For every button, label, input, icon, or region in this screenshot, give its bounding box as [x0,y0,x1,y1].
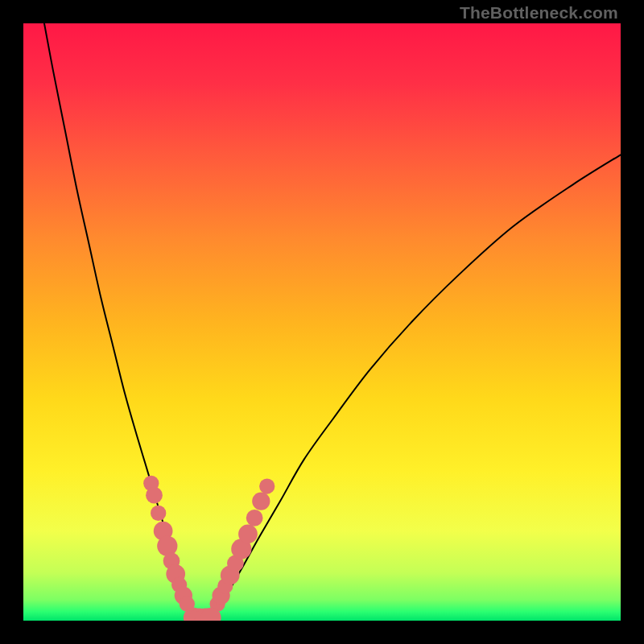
marker-dot-right [259,478,275,493]
curve-right [210,155,621,620]
marker-dot-left [146,487,163,504]
marker-group [143,476,275,621]
curve-overlay [23,23,621,621]
chart-stage: TheBottleneck.com [0,0,644,644]
marker-dot-right [246,510,263,526]
curve-left [44,23,196,620]
curve-group [44,23,621,621]
marker-dot-right [238,525,258,544]
marker-dot-left [151,506,166,521]
watermark-text: TheBottleneck.com [460,3,618,23]
marker-dot-right [252,492,270,510]
plot-area [23,23,621,621]
